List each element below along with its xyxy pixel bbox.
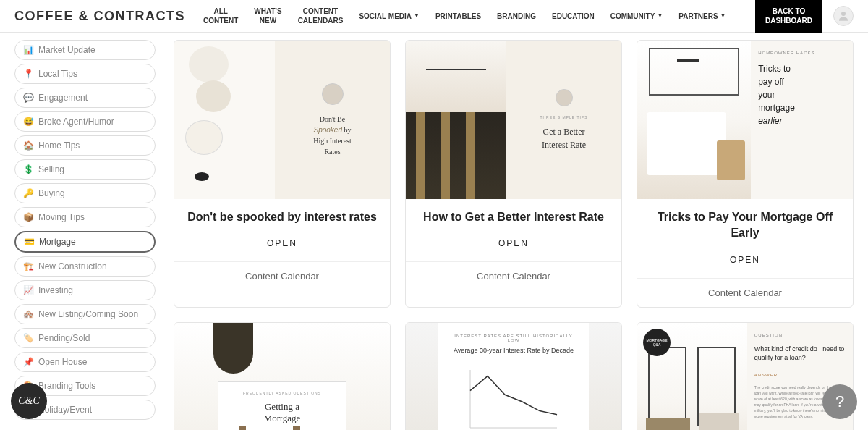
- card-preview[interactable]: Don't BeSpooked byHigh InterestRates: [174, 41, 390, 199]
- sidebar-item-local-tips[interactable]: 📍Local Tips: [14, 64, 156, 84]
- sidebar-item-mortgage[interactable]: 💳Mortgage: [14, 231, 156, 253]
- nav-item-printables[interactable]: PRINTABLES: [435, 12, 481, 21]
- card-preview[interactable]: HOMEOWNER HACKSTricks topay offyourmortg…: [637, 41, 853, 199]
- category-icon: 🔑: [22, 188, 34, 198]
- card-title: Tricks to Pay Your Mortgage Off Early: [637, 199, 853, 248]
- main-content: 📊Market Update📍Local Tips💬Engagement😅Bro…: [0, 0, 868, 430]
- sidebar-item-engagement[interactable]: 💬Engagement: [14, 88, 156, 108]
- content-card: Don't BeSpooked byHigh InterestRatesDon'…: [174, 40, 391, 308]
- category-icon: 🏘️: [22, 309, 34, 319]
- sidebar-item-open-house[interactable]: 📌Open House: [14, 352, 156, 372]
- card-title: How to Get a Better Interest Rate: [406, 199, 621, 231]
- nav-item-partners[interactable]: PARTNERS▼: [678, 12, 726, 21]
- nav-item-community[interactable]: COMMUNITY▼: [610, 12, 663, 21]
- open-button[interactable]: OPEN: [174, 231, 390, 261]
- category-icon: 📊: [22, 45, 34, 55]
- open-button[interactable]: OPEN: [406, 231, 621, 261]
- sidebar-item-label: Investing: [38, 285, 73, 295]
- back-to-dashboard-button[interactable]: BACK TODASHBOARD: [755, 0, 822, 33]
- content-card: THREE SIMPLE TIPSGet a BetterInterest Ra…: [405, 40, 622, 308]
- card-preview[interactable]: FREQUENTLY ASKED QUESTIONSGetting aMortg…: [174, 323, 390, 430]
- sidebar-item-new-construction[interactable]: 🏗️New Construction: [14, 256, 156, 277]
- avatar[interactable]: [833, 6, 854, 26]
- card-preview[interactable]: THREE SIMPLE TIPSGet a BetterInterest Ra…: [406, 41, 621, 199]
- category-icon: 💬: [22, 93, 34, 103]
- content-calendar-link[interactable]: Content Calendar: [637, 278, 853, 307]
- sidebar-item-label: Branding Tools: [38, 381, 95, 391]
- open-button[interactable]: OPEN: [637, 248, 853, 278]
- category-icon: 💲: [22, 164, 34, 174]
- sidebar-item-buying[interactable]: 🔑Buying: [14, 183, 156, 203]
- sidebar-item-home-tips[interactable]: 🏠Home Tips: [14, 135, 156, 156]
- sidebar-item-label: Mortgage: [39, 237, 76, 247]
- content-card: HOMEOWNER HACKSTricks topay offyourmortg…: [637, 40, 854, 308]
- content-calendar-link[interactable]: Content Calendar: [174, 261, 390, 290]
- chevron-down-icon: ▼: [657, 12, 663, 20]
- sidebar-item-label: Buying: [38, 188, 65, 198]
- nav-item-all-content[interactable]: ALLCONTENT: [203, 7, 238, 25]
- sidebar-item-moving-tips[interactable]: 📦Moving Tips: [14, 207, 156, 227]
- brand-float-button[interactable]: C&C: [11, 383, 47, 419]
- category-icon: 📈: [22, 285, 34, 295]
- sidebar-item-label: Home Tips: [38, 140, 80, 151]
- card-grid: Don't BeSpooked byHigh InterestRatesDon'…: [174, 40, 854, 430]
- sidebar-item-label: New Construction: [38, 261, 107, 271]
- sidebar-item-label: Holiday/Event: [38, 405, 92, 415]
- svg-point-0: [841, 12, 846, 16]
- sidebar-item-label: Market Update: [38, 45, 95, 55]
- category-icon: 🏠: [22, 140, 34, 151]
- sidebar-item-label: Open House: [38, 357, 87, 367]
- content-card: FREQUENTLY ASKED QUESTIONSGetting aMortg…: [174, 322, 391, 430]
- sidebar-item-label: Pending/Sold: [38, 333, 90, 343]
- category-icon: 😅: [22, 117, 34, 127]
- sidebar-item-investing[interactable]: 📈Investing: [14, 280, 156, 300]
- content-calendar-link[interactable]: Content Calendar: [406, 261, 621, 290]
- sidebar-item-label: Engagement: [38, 93, 88, 103]
- sidebar-item-broke-agent-humor[interactable]: 😅Broke Agent/Humor: [14, 111, 156, 132]
- nav-item-what-s-new[interactable]: WHAT'SNEW: [254, 7, 281, 25]
- category-icon: 🏷️: [22, 333, 34, 343]
- main-nav: ALLCONTENTWHAT'SNEWCONTENTCALENDARSSOCIA…: [203, 7, 748, 25]
- card-preview[interactable]: MORTGAGE Q&AQUESTIONWhat kind of credit …: [637, 323, 853, 430]
- card-preview[interactable]: INTEREST RATES ARE STILL HISTORICALLY LO…: [406, 323, 621, 430]
- nav-item-content-calendars[interactable]: CONTENTCALENDARS: [298, 7, 344, 25]
- card-title: Don't be spooked by interest rates: [174, 199, 390, 231]
- category-icon: 🏗️: [22, 261, 34, 271]
- nav-item-social-media[interactable]: SOCIAL MEDIA▼: [359, 12, 420, 21]
- content-card: INTEREST RATES ARE STILL HISTORICALLY LO…: [405, 322, 622, 430]
- logo[interactable]: COFFEE & CONTRACTS: [14, 9, 185, 24]
- nav-item-branding[interactable]: BRANDING: [497, 12, 536, 21]
- sidebar-item-label: Selling: [38, 164, 64, 174]
- sidebar-item-label: New Listing/Coming Soon: [38, 309, 138, 319]
- sidebar-item-pending-sold[interactable]: 🏷️Pending/Sold: [14, 328, 156, 348]
- category-icon: 📍: [22, 69, 34, 79]
- header: COFFEE & CONTRACTS ALLCONTENTWHAT'SNEWCO…: [0, 0, 868, 33]
- sidebar-item-market-update[interactable]: 📊Market Update: [14, 40, 156, 60]
- category-icon: 📌: [22, 357, 34, 367]
- sidebar-item-new-listing-coming-soon[interactable]: 🏘️New Listing/Coming Soon: [14, 304, 156, 324]
- nav-item-education[interactable]: EDUCATION: [552, 12, 595, 21]
- sidebar-item-label: Moving Tips: [38, 212, 85, 222]
- category-icon: 📦: [22, 212, 34, 222]
- sidebar-item-label: Local Tips: [38, 69, 77, 79]
- category-icon: 💳: [23, 237, 35, 247]
- sidebar-item-selling[interactable]: 💲Selling: [14, 159, 156, 180]
- chevron-down-icon: ▼: [720, 12, 726, 20]
- content-card: MORTGAGE Q&AQUESTIONWhat kind of credit …: [637, 322, 854, 430]
- help-button[interactable]: ?: [822, 384, 857, 419]
- chevron-down-icon: ▼: [414, 12, 420, 20]
- sidebar: 📊Market Update📍Local Tips💬Engagement😅Bro…: [14, 40, 156, 430]
- sidebar-item-label: Broke Agent/Humor: [38, 117, 114, 127]
